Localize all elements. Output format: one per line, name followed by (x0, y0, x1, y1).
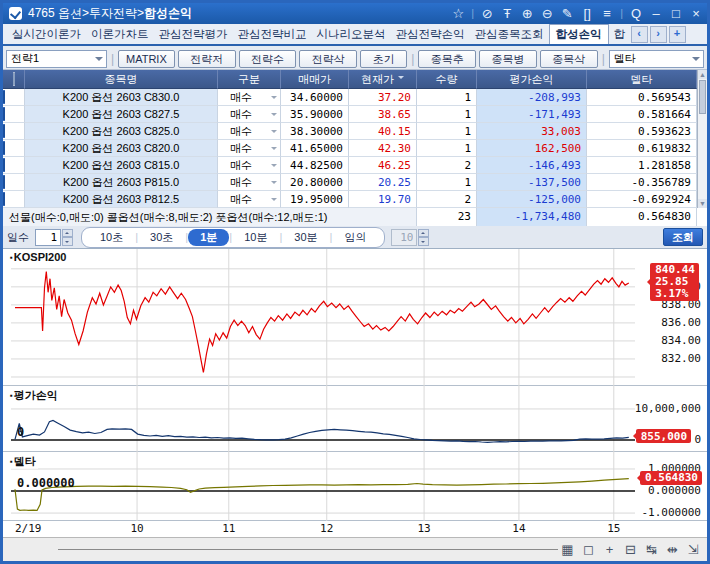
scroll-down-icon[interactable]: ▼ (698, 199, 707, 208)
custom-interval-stepper[interactable] (418, 229, 429, 246)
strategy-select-value: 전략1 (11, 51, 39, 66)
column-header-델타[interactable]: 델타 (587, 70, 697, 89)
custom-interval-input[interactable] (391, 229, 417, 246)
x-axis-label: 11 (222, 522, 235, 535)
save-strategy-button[interactable]: 전략저장 (178, 50, 236, 68)
reset-button[interactable]: 초기화 (360, 50, 407, 68)
current-price-cell: 37.20 (349, 89, 417, 106)
restore-icon[interactable]: □ (669, 7, 683, 20)
row-checkbox[interactable] (3, 141, 5, 155)
side-select-cell[interactable]: 매수 (218, 123, 281, 140)
tab-overflow[interactable]: 합 (609, 25, 627, 44)
tab-실시간이론가[interactable]: 실시간이론가 (7, 25, 86, 44)
side-select-cell[interactable]: 매수 (218, 140, 281, 157)
tab-관심전략평가[interactable]: 관심전략평가 (154, 25, 233, 44)
tab-관심전략손익[interactable]: 관심전략손익 (391, 25, 470, 44)
favorite-star-icon[interactable]: ☆ (451, 7, 465, 20)
side-select-cell[interactable]: 매수 (218, 89, 281, 106)
row-checkbox-cell (3, 157, 25, 174)
tab-scroll-left-button[interactable]: ‹ (631, 26, 648, 43)
trade-price-cell: 35.90000 (281, 106, 349, 123)
row-checkbox-cell (3, 89, 25, 106)
metric-select[interactable]: 델타 (609, 50, 704, 68)
row-checkbox[interactable] (3, 192, 5, 206)
side-select-cell[interactable]: 매수 (218, 174, 281, 191)
column-header-매매가[interactable]: 매매가 (281, 70, 349, 89)
h-align-icon[interactable]: ↹ (644, 541, 659, 558)
days-label: 일수 (7, 230, 29, 245)
h-expand-icon[interactable]: ⇹ (665, 541, 680, 558)
menu-list-icon[interactable]: ≡ (600, 7, 614, 20)
scrollbar-thumb[interactable] (699, 80, 706, 114)
side-select-cell[interactable]: 매수 (218, 191, 281, 208)
minimize-icon[interactable]: – (649, 7, 663, 20)
chat-icon[interactable]: Q (629, 7, 643, 20)
cursor-add-icon[interactable]: + (602, 541, 617, 558)
add-symbol-button[interactable]: 종목추가 (418, 50, 476, 68)
unlink-icon[interactable]: ⊘ (480, 7, 494, 20)
interval-10분[interactable]: 10분 (232, 229, 279, 246)
column-header-현재가[interactable]: 현재가 (349, 70, 417, 89)
days-input[interactable] (35, 229, 61, 246)
tab-합성손익[interactable]: 합성손익 (549, 24, 609, 45)
row-checkbox[interactable] (3, 90, 5, 104)
tab-시나리오분석[interactable]: 시나리오분석 (312, 25, 391, 44)
interval-30초[interactable]: 30초 (138, 229, 185, 246)
side-select-cell[interactable]: 매수 (218, 106, 281, 123)
matrix-button[interactable]: MATRIX (118, 50, 175, 68)
chart-panel-delta: ▪델타1.0000000.000000-1.0000000.0000000.56… (3, 452, 707, 521)
app-window: 4765 옵션>투자전략>합성손익 ☆|⊘Ŧ⊕⊖✎[]≡|Q–□× 실시간이론가… (0, 0, 710, 564)
side-value: 매수 (230, 123, 252, 140)
row-checkbox[interactable] (3, 175, 5, 189)
edit-strategy-button[interactable]: 전략수정 (239, 50, 297, 68)
close-icon[interactable]: × (689, 7, 703, 20)
symbol-name-cell: K200 옵션 2603 C825.0 (25, 123, 218, 140)
column-header-종목명[interactable]: 종목명 (25, 70, 218, 89)
y-axis-label: -1.000000 (641, 507, 701, 519)
comment-icon[interactable]: ◻ (581, 541, 596, 558)
row-checkbox[interactable] (3, 158, 5, 172)
delete-symbol-button[interactable]: 종목삭제 (540, 50, 598, 68)
row-checkbox[interactable] (3, 107, 5, 121)
pnl-cell: -171,493 (477, 106, 587, 123)
interval-30분[interactable]: 30분 (282, 229, 329, 246)
strategy-select[interactable]: 전략1 (6, 50, 107, 68)
tab-관심전략비교[interactable]: 관심전략비교 (233, 25, 312, 44)
tab-관심종목조회[interactable]: 관심종목조회 (470, 25, 549, 44)
query-button[interactable]: 조회 (663, 228, 703, 246)
pnl-cell: -125,000 (477, 191, 587, 208)
font-size-icon[interactable]: Ŧ (500, 7, 514, 20)
column-header-평가손익[interactable]: 평가손익 (477, 70, 587, 89)
column-header-구분[interactable]: 구분 (218, 70, 281, 89)
delta-cell: 0.593623 (587, 123, 697, 140)
delete-strategy-button[interactable]: 전략삭제 (299, 50, 357, 68)
tab-이론가차트[interactable]: 이론가차트 (86, 25, 154, 44)
side-value: 매수 (230, 140, 252, 157)
cylinder-icon[interactable]: ⊟ (623, 541, 638, 558)
trade-price-cell: 19.95000 (281, 191, 349, 208)
grid-icon[interactable]: ▦ (560, 541, 575, 558)
interval-10초[interactable]: 10초 (88, 229, 135, 246)
pen-icon[interactable]: ✎ (560, 7, 574, 20)
days-stepper[interactable] (62, 229, 73, 246)
delta-cell: 0.581664 (587, 106, 697, 123)
zoom-in-icon[interactable]: ⊕ (520, 7, 534, 20)
scroll-up-icon[interactable]: ▲ (698, 70, 707, 79)
table-scrollbar[interactable]: ▲▼ (697, 70, 707, 208)
time-range-slider[interactable] (58, 549, 558, 550)
row-checkbox[interactable] (3, 124, 5, 138)
resize-diagonal-icon[interactable]: ⇲ (686, 541, 701, 558)
chart-plot-kospi (11, 249, 635, 386)
series-pnl (15, 420, 629, 442)
side-value: 매수 (230, 191, 252, 208)
interval-임의[interactable]: 임의 (332, 229, 378, 246)
tab-scroll-right-button[interactable]: › (650, 26, 667, 43)
column-header-수량[interactable]: 수량 (417, 70, 477, 89)
side-select-cell[interactable]: 매수 (218, 157, 281, 174)
fullscreen-icon[interactable]: [] (580, 7, 594, 20)
zoom-out-icon[interactable]: ⊖ (540, 7, 554, 20)
interval-1분[interactable]: 1분 (188, 229, 229, 246)
tab-add-button[interactable]: + (669, 26, 686, 43)
select-all-checkbox[interactable] (13, 72, 15, 86)
merge-symbol-button[interactable]: 종목병합 (479, 50, 537, 68)
